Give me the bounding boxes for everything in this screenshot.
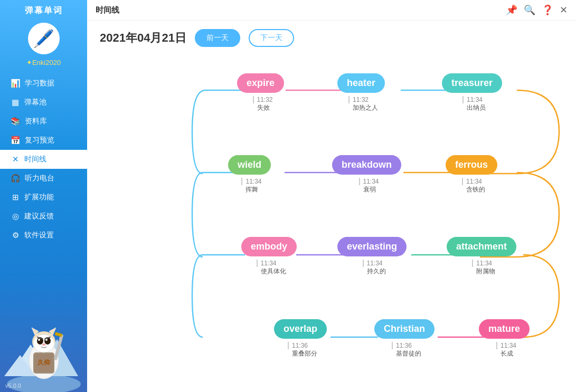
word-time-everlasting: 11:34 <box>363 260 383 267</box>
word-badge-everlasting: everlasting <box>337 237 407 256</box>
word-meaning-heater: 加热之人 <box>348 103 378 112</box>
word-node-breakdown[interactable]: breakdown 11:34 衰弱 <box>332 155 401 194</box>
sidebar-item-feedback[interactable]: ◎ 建议反馈 <box>0 207 87 226</box>
sidebar-item-settings[interactable]: ⚙ 软件设置 <box>0 226 87 245</box>
word-time-attachment: 11:34 <box>472 260 492 267</box>
current-date: 2021年04月21日 <box>100 30 186 46</box>
pool-icon: ▦ <box>11 98 20 107</box>
library-icon: 📚 <box>11 117 21 126</box>
word-node-attachment[interactable]: attachment 11:34 附属物 <box>447 237 516 276</box>
mascot-container: 久仰 v5.0.0 <box>0 292 87 392</box>
word-meaning-overlap: 重叠部分 <box>288 349 317 358</box>
sidebar-item-library[interactable]: 📚 资料库 <box>0 112 87 131</box>
word-badge-mature: mature <box>479 319 530 339</box>
word-meaning-everlasting: 持久的 <box>363 267 386 276</box>
settings-icon: ⚙ <box>11 231 20 240</box>
sidebar-item-timeline[interactable]: ✕ 时间线 <box>0 150 87 169</box>
word-badge-heater: heater <box>337 73 385 93</box>
next-day-button[interactable]: 下一天 <box>249 29 294 47</box>
topbar-icons: 📌 🔍 ❓ ✕ <box>506 4 568 16</box>
timeline-container: expire 11:32 失效 heater 11:32 加热之人 treasu… <box>100 58 563 385</box>
word-time-ferrous: 11:34 <box>462 178 482 185</box>
timeline-icon: ✕ <box>11 155 20 164</box>
svg-rect-19 <box>54 332 62 337</box>
word-node-everlasting[interactable]: everlasting 11:34 持久的 <box>337 237 407 276</box>
word-badge-treasurer: treasurer <box>442 73 502 93</box>
word-node-mature[interactable]: mature 11:34 长成 <box>479 319 530 358</box>
word-node-treasurer[interactable]: treasurer 11:34 出纳员 <box>442 73 502 112</box>
sidebar-item-extend[interactable]: ⊞ 扩展功能 <box>0 188 87 207</box>
word-meaning-christian: 基督徒的 <box>392 349 421 358</box>
word-meaning-attachment: 附属物 <box>472 267 495 276</box>
search-icon[interactable]: 🔍 <box>524 4 535 16</box>
mascot-image: 久仰 <box>4 292 83 392</box>
word-badge-ferrous: ferrous <box>446 155 497 175</box>
help-icon[interactable]: ❓ <box>542 4 553 16</box>
word-time-embody: 11:34 <box>257 260 277 267</box>
word-meaning-mature: 长成 <box>496 349 513 358</box>
word-badge-christian: Christian <box>374 319 435 339</box>
radio-icon: 🎧 <box>11 174 21 183</box>
word-badge-attachment: attachment <box>447 237 516 256</box>
word-meaning-treasurer: 出纳员 <box>462 103 486 112</box>
main-panel: 时间线 📌 🔍 ❓ ✕ 2021年04月21日 前一天 下一天 <box>87 0 576 392</box>
word-meaning-ferrous: 含铁的 <box>462 185 485 194</box>
username: ✦Enki2020 <box>26 59 61 66</box>
word-meaning-breakdown: 衰弱 <box>359 185 376 194</box>
word-node-overlap[interactable]: overlap 11:36 重叠部分 <box>274 319 327 358</box>
word-badge-embody: embody <box>241 237 297 256</box>
word-badge-expire: expire <box>237 73 284 93</box>
word-node-heater[interactable]: heater 11:32 加热之人 <box>337 73 385 112</box>
sidebar: 弹幕单词 🖊️ ✦Enki2020 📊 学习数据 ▦ 弹幕池 📚 资料库 📅 复… <box>0 0 87 392</box>
word-node-embody[interactable]: embody 11:34 使具体化 <box>241 237 297 276</box>
word-badge-wield: wield <box>228 155 271 175</box>
word-meaning-expire: 失效 <box>253 103 270 112</box>
word-meaning-embody: 使具体化 <box>257 267 286 276</box>
word-time-wield: 11:34 <box>241 178 261 185</box>
app-title: 弹幕单词 <box>25 5 63 16</box>
pin-icon[interactable]: 📌 <box>506 4 517 16</box>
prev-day-button[interactable]: 前一天 <box>195 29 240 47</box>
sidebar-item-stats[interactable]: 📊 学习数据 <box>0 74 87 93</box>
word-meaning-wield: 挥舞 <box>241 185 258 194</box>
word-time-overlap: 11:36 <box>288 342 308 349</box>
word-badge-overlap: overlap <box>274 319 327 339</box>
word-node-christian[interactable]: Christian 11:36 基督徒的 <box>374 319 435 358</box>
svg-point-11 <box>38 339 40 341</box>
content-area: 2021年04月21日 前一天 下一天 <box>87 21 576 392</box>
extend-icon: ⊞ <box>11 193 20 202</box>
topbar-title: 时间线 <box>96 5 119 15</box>
word-node-expire[interactable]: expire 11:32 失效 <box>237 73 284 112</box>
date-nav: 2021年04月21日 前一天 下一天 <box>100 29 563 47</box>
word-node-wield[interactable]: wield 11:34 挥舞 <box>228 155 271 194</box>
word-time-expire: 11:32 <box>253 96 273 103</box>
close-icon[interactable]: ✕ <box>560 4 568 16</box>
word-time-treasurer: 11:34 <box>462 96 483 103</box>
svg-text:久仰: 久仰 <box>37 359 50 366</box>
avatar: 🖊️ <box>28 23 60 54</box>
word-time-heater: 11:32 <box>348 96 369 103</box>
topbar: 时间线 📌 🔍 ❓ ✕ <box>87 0 576 21</box>
word-time-christian: 11:36 <box>392 342 412 349</box>
sidebar-item-pool[interactable]: ▦ 弹幕池 <box>0 93 87 112</box>
review-icon: 📅 <box>11 136 21 145</box>
svg-point-12 <box>45 339 48 341</box>
stats-icon: 📊 <box>11 79 21 88</box>
word-time-breakdown: 11:34 <box>359 178 379 185</box>
sidebar-item-review[interactable]: 📅 复习预览 <box>0 131 87 150</box>
version: v5.0.0 <box>5 383 21 389</box>
sidebar-item-radio[interactable]: 🎧 听力电台 <box>0 169 87 188</box>
word-time-mature: 11:34 <box>496 342 516 349</box>
svg-point-15 <box>42 343 45 346</box>
feedback-icon: ◎ <box>11 212 20 221</box>
word-badge-breakdown: breakdown <box>332 155 401 175</box>
word-node-ferrous[interactable]: ferrous 11:34 含铁的 <box>446 155 497 194</box>
